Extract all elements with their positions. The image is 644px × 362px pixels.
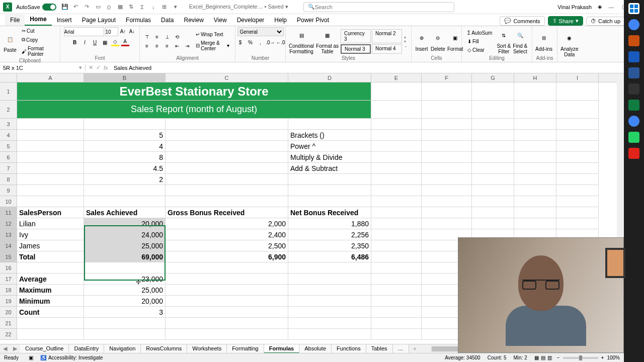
cell[interactable]: 2,500 <box>166 240 288 251</box>
scroll-down-icon[interactable]: ▾ <box>404 39 408 44</box>
cell[interactable]: 4.5 <box>84 163 166 174</box>
tab-review[interactable]: Review <box>179 15 208 26</box>
cell[interactable]: 20,000 <box>84 296 166 307</box>
cell[interactable]: Power ^ <box>288 141 371 152</box>
sheet-tab[interactable]: RowsColumns <box>141 344 187 353</box>
increase-decimal-icon[interactable]: .0→ <box>267 38 275 46</box>
italic-icon[interactable]: I <box>81 38 89 46</box>
cell[interactable] <box>288 307 371 318</box>
cell[interactable] <box>17 196 84 207</box>
decrease-decimal-icon[interactable]: ←.0 <box>277 38 285 46</box>
cell[interactable] <box>514 196 556 207</box>
cell[interactable] <box>84 196 166 207</box>
format-cells-icon[interactable]: ▣ <box>448 31 462 45</box>
row-header[interactable]: 15 <box>0 251 17 262</box>
cell[interactable] <box>472 119 514 130</box>
cell[interactable]: 4 <box>84 141 166 152</box>
decrease-font-icon[interactable]: A↓ <box>128 27 136 35</box>
cell[interactable] <box>288 262 371 274</box>
cell[interactable] <box>288 274 371 285</box>
row-header[interactable]: 18 <box>0 285 17 296</box>
cell[interactable]: 1,880 <box>288 218 371 229</box>
cell[interactable] <box>84 262 166 274</box>
cell-styles-gallery[interactable]: Currency 3 Normal 2 Normal 3 Normal 4 <box>341 29 402 54</box>
row-header[interactable]: 8 <box>0 174 17 185</box>
cell[interactable] <box>288 196 371 207</box>
view-normal-icon[interactable]: ▦ <box>534 355 539 360</box>
cell[interactable] <box>17 119 84 130</box>
subtitle-cell[interactable]: Sales Report (month of August) <box>17 101 371 119</box>
tab-view[interactable]: View <box>209 15 232 26</box>
new-sheet-icon[interactable]: ＋ <box>409 345 421 352</box>
conditional-formatting-icon[interactable]: ▤ <box>294 28 308 42</box>
cell[interactable] <box>288 285 371 296</box>
cell[interactable] <box>556 207 599 218</box>
cell[interactable]: Count <box>17 307 84 318</box>
sheet-tab[interactable]: … <box>393 344 409 353</box>
cell[interactable] <box>17 329 84 340</box>
cell[interactable]: 23,000 <box>84 274 166 285</box>
cell[interactable] <box>166 318 288 329</box>
cell[interactable] <box>371 82 422 101</box>
outlook-icon[interactable] <box>628 51 639 62</box>
zoom-slider[interactable] <box>563 357 598 359</box>
enter-formula-icon[interactable]: ✓ <box>96 64 101 71</box>
scroll-up-icon[interactable]: ▴ <box>404 35 408 39</box>
cell[interactable] <box>556 174 599 185</box>
more-icon[interactable]: ⌄ <box>404 44 408 48</box>
cell[interactable] <box>556 119 599 130</box>
align-center-icon[interactable]: ≡ <box>153 42 161 50</box>
app-icon[interactable] <box>628 83 639 95</box>
style-normal2[interactable]: Normal 2 <box>372 29 402 43</box>
cell[interactable] <box>17 318 84 329</box>
cell[interactable] <box>17 130 84 141</box>
cell[interactable] <box>556 130 599 141</box>
row-header[interactable]: 19 <box>0 296 17 307</box>
col-header[interactable]: D <box>288 73 371 82</box>
cell[interactable] <box>371 285 422 296</box>
tab-power-pivot[interactable]: Power Pivot <box>292 15 334 26</box>
row-header[interactable]: 14 <box>0 240 17 251</box>
clear-button[interactable]: ◇ Clear <box>465 46 495 54</box>
cell[interactable] <box>422 174 472 185</box>
windows-start-icon[interactable] <box>628 3 639 14</box>
cell[interactable] <box>371 329 422 340</box>
sheet-tab[interactable]: Navigation <box>104 344 141 353</box>
insert-cells-icon[interactable]: ⊕ <box>415 31 429 45</box>
user-name[interactable]: Vinai Prakash <box>557 4 592 10</box>
row-header[interactable]: 17 <box>0 274 17 285</box>
cell[interactable] <box>422 196 472 207</box>
cell[interactable] <box>166 119 288 130</box>
cell[interactable]: Multiply & Divide <box>288 152 371 163</box>
cell[interactable] <box>166 141 288 152</box>
cell[interactable]: Minimum <box>17 296 84 307</box>
tab-file[interactable]: File <box>5 15 25 26</box>
cell[interactable] <box>371 130 422 141</box>
print-icon[interactable]: ⎙ <box>106 4 113 11</box>
cell[interactable]: 2,350 <box>288 240 371 251</box>
cell[interactable] <box>17 141 84 152</box>
autosave-toggle[interactable]: AutoSave <box>16 4 56 11</box>
cell[interactable]: Total <box>17 251 84 262</box>
cell[interactable] <box>514 101 556 119</box>
cell[interactable] <box>422 207 472 218</box>
cell[interactable] <box>472 82 514 101</box>
cell[interactable] <box>166 329 288 340</box>
cell[interactable] <box>166 130 288 141</box>
underline-icon[interactable]: U <box>91 38 99 46</box>
align-right-icon[interactable]: ≡ <box>163 42 171 50</box>
cell[interactable] <box>166 262 288 274</box>
cell[interactable] <box>514 185 556 196</box>
cell[interactable] <box>17 185 84 196</box>
qat-icon[interactable]: Σ <box>139 4 146 11</box>
cell[interactable]: 2,400 <box>166 229 288 240</box>
cell[interactable] <box>166 307 288 318</box>
cell[interactable]: Brackets () <box>288 130 371 141</box>
cell[interactable] <box>556 163 599 174</box>
new-icon[interactable]: ▭ <box>95 4 102 11</box>
formula-input[interactable]: Sales Achieved <box>111 65 631 71</box>
addins-icon[interactable]: ⊞ <box>537 31 551 45</box>
font-size-select[interactable] <box>105 27 118 36</box>
cell[interactable]: Add & Subtract <box>288 163 371 174</box>
cell[interactable] <box>556 196 599 207</box>
